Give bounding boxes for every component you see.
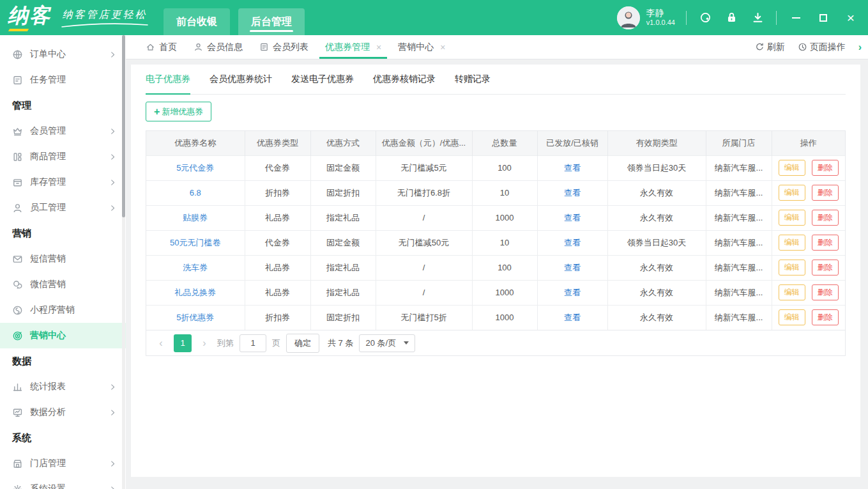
coupon-quantity-cell: 1000	[472, 305, 537, 330]
page-actions-button[interactable]: 页面操作	[798, 42, 846, 53]
edit-button[interactable]: 编辑	[779, 185, 805, 201]
view-link[interactable]: 查看	[564, 163, 581, 173]
subtab-e-coupon[interactable]: 电子优惠券	[146, 65, 190, 94]
coupon-name-link[interactable]: 6.8	[190, 188, 201, 198]
sidebar-item-label: 短信营销	[30, 253, 117, 265]
coupon-table-container: 优惠券名称优惠券类型优惠方式优惠金额（元）/优惠...总数量已发放/已核销有效期…	[146, 130, 846, 356]
globe-icon	[12, 49, 24, 60]
tab-close-icon[interactable]: ×	[440, 42, 445, 52]
coupon-name-link[interactable]: 洗车券	[183, 263, 208, 272]
subtab-gift-records[interactable]: 转赠记录	[455, 65, 491, 94]
tab-home[interactable]: 首页	[137, 35, 185, 59]
coupon-type-cell: 礼品券	[245, 205, 310, 230]
sidebar-item-marketing-center[interactable]: 营销中心	[0, 323, 126, 348]
sidebar-item-system-settings[interactable]: 系统设置	[0, 476, 126, 489]
page-actions-icon	[798, 42, 807, 52]
sidebar-item-label: 员工管理	[30, 202, 109, 213]
coupon-name-link[interactable]: 5折优惠券	[176, 313, 214, 322]
sidebar-item-wechat-marketing[interactable]: 微信营销	[0, 272, 126, 297]
avatar[interactable]	[617, 6, 640, 29]
subtab-label: 转赠记录	[455, 74, 491, 85]
coupon-store-cell: 纳新汽车服...	[706, 230, 772, 255]
edit-button[interactable]: 编辑	[779, 235, 805, 251]
sidebar-item-data-analysis[interactable]: 数据分析	[0, 400, 126, 425]
edit-button[interactable]: 编辑	[779, 210, 805, 226]
sidebar-scrollbar-thumb[interactable]	[122, 35, 125, 217]
coupon-validity-cell: 永久有效	[607, 255, 706, 280]
edit-button[interactable]: 编辑	[779, 284, 805, 300]
goto-prefix-label: 到第	[217, 338, 234, 349]
backend-management-button[interactable]: 后台管理	[238, 8, 305, 35]
sidebar-item-sms-marketing[interactable]: 短信营销	[0, 246, 126, 272]
coupon-quantity-cell: 100	[472, 255, 537, 280]
issued-redeemed-cell: 查看	[537, 180, 607, 205]
goto-confirm-button[interactable]: 确定	[286, 334, 319, 353]
tab-coupon-management[interactable]: 优惠券管理×	[317, 35, 390, 59]
dropdown-caret-icon	[404, 341, 409, 345]
view-link[interactable]: 查看	[564, 238, 581, 247]
download-icon[interactable]	[750, 10, 765, 26]
delete-button[interactable]: 删除	[812, 210, 839, 226]
sidebar-item-task-management[interactable]: 任务管理	[0, 67, 126, 93]
tab-member-list[interactable]: 会员列表	[251, 35, 317, 59]
issued-redeemed-cell: 查看	[537, 255, 607, 280]
sidebar-item-order-center[interactable]: 订单中心	[0, 42, 126, 67]
column-header: 有效期类型	[607, 131, 706, 155]
sidebar-section-data: 数据	[0, 348, 126, 374]
sidebar-item-store-management[interactable]: 门店管理	[0, 451, 126, 476]
next-page-icon[interactable]: ›	[197, 338, 211, 349]
delete-button[interactable]: 删除	[812, 235, 839, 251]
sidebar-item-staff-management[interactable]: 员工管理	[0, 195, 126, 221]
coupon-name-link[interactable]: 5元代金券	[176, 163, 214, 173]
delete-button[interactable]: 删除	[812, 284, 839, 300]
maximize-button[interactable]	[815, 10, 832, 26]
page-size-select[interactable]: 20 条/页	[359, 334, 415, 352]
tab-marketing-center[interactable]: 营销中心×	[390, 35, 453, 59]
sidebar-item-inventory-management[interactable]: 库存管理	[0, 169, 126, 195]
refresh-button[interactable]: 刷新	[755, 42, 785, 53]
delete-button[interactable]: 删除	[812, 185, 839, 201]
prev-page-icon[interactable]: ‹	[154, 338, 168, 349]
table-row: 6.8折扣券固定折扣无门槛打6.8折10查看永久有效纳新汽车服...编辑删除	[146, 180, 845, 205]
goto-page-input[interactable]	[240, 334, 266, 352]
coupon-method-cell: 指定礼品	[310, 255, 376, 280]
customer-service-icon[interactable]	[697, 10, 713, 26]
view-link[interactable]: 查看	[564, 213, 581, 222]
front-cashier-button[interactable]: 前台收银	[164, 8, 230, 35]
sidebar-item-miniprogram-marketing[interactable]: 小程序营销	[0, 297, 126, 323]
table-row: 礼品兑换券礼品券指定礼品/1000查看永久有效纳新汽车服...编辑删除	[146, 280, 845, 305]
total-count-label: 共 7 条	[328, 338, 353, 349]
sidebar-item-product-management[interactable]: 商品管理	[0, 144, 126, 169]
current-page-button[interactable]: 1	[174, 334, 192, 352]
delete-button[interactable]: 删除	[812, 160, 839, 176]
tab-member-info[interactable]: 会员信息	[185, 35, 251, 59]
tab-close-icon[interactable]: ×	[376, 42, 381, 52]
coupon-name-link[interactable]: 贴膜券	[183, 213, 208, 222]
add-coupon-label: 新增优惠券	[162, 106, 203, 118]
delete-button[interactable]: 删除	[812, 260, 839, 276]
minimize-button[interactable]	[788, 10, 804, 26]
sidebar-item-member-management[interactable]: 会员管理	[0, 118, 126, 144]
page-actions-expand-icon[interactable]: ›	[858, 42, 862, 53]
subtab-send-e-coupon[interactable]: 发送电子优惠券	[291, 65, 354, 94]
edit-button[interactable]: 编辑	[779, 309, 805, 325]
sidebar-section-management: 管理	[0, 93, 126, 118]
coupon-name-link[interactable]: 50元无门槛卷	[170, 238, 220, 247]
content-panel: 电子优惠券会员优惠券统计发送电子优惠券优惠券核销记录转赠记录 + 新增优惠券 优…	[131, 65, 860, 477]
edit-button[interactable]: 编辑	[779, 160, 805, 176]
view-link[interactable]: 查看	[564, 288, 581, 297]
subtab-coupon-redeem-records[interactable]: 优惠券核销记录	[373, 65, 436, 94]
subtab-member-coupon-stats[interactable]: 会员优惠券统计	[209, 65, 272, 94]
sidebar-item-statistics-report[interactable]: 统计报表	[0, 374, 126, 400]
coupon-name-link[interactable]: 礼品兑换券	[174, 288, 216, 297]
view-link[interactable]: 查看	[564, 188, 581, 198]
add-coupon-button[interactable]: + 新增优惠券	[146, 102, 211, 121]
close-button[interactable]: ×	[842, 10, 859, 26]
edit-button[interactable]: 编辑	[779, 260, 805, 276]
delete-button[interactable]: 删除	[812, 309, 839, 325]
view-link[interactable]: 查看	[564, 313, 581, 322]
lock-icon[interactable]	[724, 10, 739, 26]
chevron-right-icon	[109, 485, 117, 489]
subtabs: 电子优惠券会员优惠券统计发送电子优惠券优惠券核销记录转赠记录	[146, 65, 846, 95]
view-link[interactable]: 查看	[564, 263, 581, 272]
